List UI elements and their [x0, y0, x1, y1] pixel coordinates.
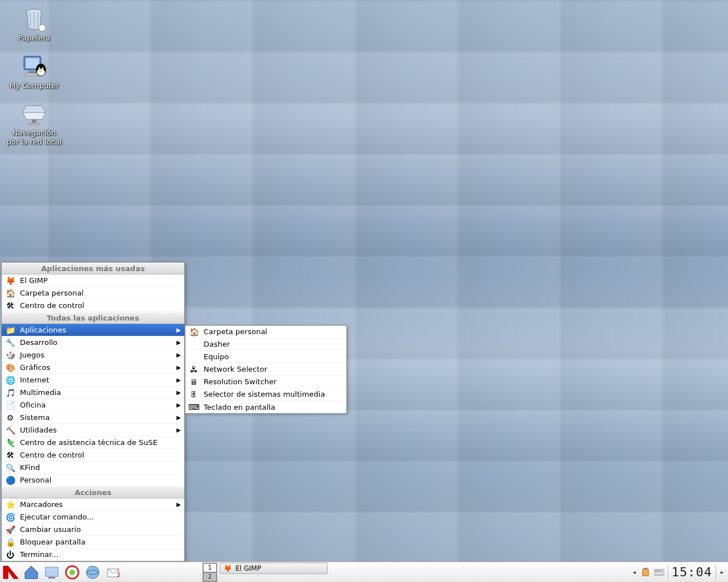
taskbar-task-gimp[interactable]: 🦊 El GIMP — [220, 563, 328, 574]
submenu-arrow-icon: ▶ — [176, 402, 181, 408]
desktop-icons-area: Papelera My Computer — [0, 3, 68, 156]
quick-mail-icon[interactable]: 3 — [104, 563, 123, 582]
gimp-icon: 🦊 — [224, 564, 232, 572]
quick-browser-icon[interactable] — [83, 563, 102, 582]
menu-item-kfind[interactable]: 🔍 KFind — [2, 462, 184, 474]
svg-rect-18 — [48, 577, 55, 579]
submenu-item-home[interactable]: 🏠 Carpeta personal — [185, 326, 346, 338]
menu-item-gimp[interactable]: 🦊 El GIMP — [2, 275, 184, 287]
menu-item-oficina[interactable]: 📄 Oficina ▶ — [2, 399, 184, 411]
menu-item-label: Oficina — [20, 401, 176, 409]
menu-item-control-center-2[interactable]: 🛠 Centro de control — [2, 449, 184, 462]
submenu-item-resolution-switcher[interactable]: 🖥 Resolution Switcher — [185, 376, 346, 388]
svg-text:3: 3 — [117, 572, 120, 578]
menu-item-juegos[interactable]: 🎲 Juegos ▶ — [2, 349, 184, 361]
menu-item-sistema[interactable]: ⚙ Sistema ▶ — [2, 411, 184, 424]
quick-help-icon[interactable] — [63, 563, 82, 582]
svg-point-11 — [39, 67, 40, 69]
pager-desktop-1[interactable]: 1 — [203, 563, 217, 572]
switch-user-icon: 🚀 — [5, 525, 15, 535]
menu-item-label: Centro de control — [20, 301, 181, 310]
svg-rect-25 — [644, 568, 647, 569]
menu-item-label: Ejecutar comando... — [20, 513, 181, 521]
menu-item-label: Desarrollo — [20, 338, 176, 347]
internet-icon: 🌐 — [5, 375, 15, 385]
svg-point-12 — [42, 67, 44, 69]
submenu-item-onscreen-keyboard[interactable]: ⌨ Teclado en pantalla — [185, 401, 346, 413]
menu-item-utilidades[interactable]: 🔨 Utilidades ▶ — [2, 424, 184, 436]
menu-item-label: Gráficos — [20, 363, 176, 372]
submenu-item-dasher[interactable]: Dasher — [185, 338, 346, 351]
svg-rect-29 — [659, 571, 660, 572]
menu-item-label: Cambiar usuario — [20, 525, 181, 534]
menu-item-aplicaciones[interactable]: 📁 Aplicaciones ▶ — [2, 324, 184, 336]
desktop-icon-label: My Computer — [9, 81, 59, 90]
menu-item-internet[interactable]: 🌐 Internet ▶ — [2, 374, 184, 386]
menu-item-label: Resolution Switcher — [204, 377, 343, 386]
desktop-icon-label: Papelera — [18, 34, 50, 43]
submenu-item-multimedia-selector[interactable]: 🎚 Selector de sistemas multimedia — [185, 388, 346, 401]
quick-desktop-icon[interactable] — [42, 563, 61, 582]
desktop-icon-network[interactable]: Navegación por la red local — [0, 100, 68, 146]
my-computer-icon — [20, 53, 48, 80]
dev-icon: 🔧 — [5, 338, 15, 348]
submenu-arrow-icon: ▶ — [176, 501, 181, 508]
tray-expand-right-icon[interactable]: ▸ — [719, 569, 725, 575]
desktop-icon-label: Navegación por la red local — [6, 128, 63, 146]
submenu-item-network-selector[interactable]: 🖧 Network Selector — [185, 363, 346, 376]
tray-expand-left-icon[interactable]: ◂ — [632, 569, 637, 575]
lock-icon: 🔒 — [5, 537, 15, 547]
svg-marker-16 — [25, 566, 38, 579]
menu-item-graficos[interactable]: 🎨 Gráficos ▶ — [2, 361, 184, 374]
menu-item-label: Carpeta personal — [204, 327, 343, 336]
system-icon: ⚙ — [5, 413, 15, 423]
menu-item-home[interactable]: 🏠 Carpeta personal — [2, 287, 184, 300]
quick-launch: 3 — [0, 563, 123, 582]
home-icon: 🏠 — [5, 288, 15, 298]
menu-item-label: Utilidades — [20, 426, 176, 434]
menu-item-bookmarks[interactable]: ⭐ Marcadores ▶ — [2, 498, 184, 511]
menu-item-label: Teclado en pantalla — [204, 403, 343, 411]
start-menu: Aplicaciones más usadas 🦊 El GIMP 🏠 Carp… — [1, 262, 185, 562]
keyboard-icon: ⌨ — [189, 402, 199, 412]
taskbar-clock[interactable]: 15:04 — [668, 565, 716, 579]
menu-item-label: Equipo — [204, 352, 343, 361]
pager-desktop-2[interactable]: 2 — [203, 572, 217, 581]
quick-home-icon[interactable] — [22, 563, 41, 582]
desktop-icon-trash[interactable]: Papelera — [0, 5, 68, 43]
submenu-arrow-icon: ▶ — [176, 377, 181, 383]
menu-item-logout[interactable]: ⏻ Terminar... — [2, 548, 184, 561]
svg-rect-27 — [655, 571, 656, 572]
blank-icon — [189, 352, 199, 362]
menu-item-personal[interactable]: 🔵 Personal — [2, 474, 184, 487]
menu-item-multimedia[interactable]: 🎵 Multimedia ▶ — [2, 386, 184, 399]
svg-rect-26 — [654, 569, 664, 575]
menu-item-run-command[interactable]: 🌀 Ejecutar comando... — [2, 511, 184, 523]
svg-point-21 — [86, 566, 99, 579]
network-browse-icon — [20, 100, 48, 127]
klipper-icon[interactable] — [640, 567, 651, 577]
resolution-icon: 🖥 — [189, 377, 199, 387]
submenu-arrow-icon: ▶ — [176, 414, 181, 421]
menu-item-label: Sistema — [20, 413, 176, 422]
menu-item-label: KFind — [20, 463, 181, 472]
menu-item-suse-help[interactable]: 🦎 Centro de asistencia técnica de SuSE — [2, 436, 184, 449]
personal-icon: 🔵 — [5, 475, 15, 485]
menu-item-label: Carpeta personal — [20, 289, 181, 297]
network-icon: 🖧 — [189, 364, 199, 375]
apps-icon: 📁 — [5, 325, 15, 335]
submenu-arrow-icon: ▶ — [176, 364, 181, 371]
submenu-item-equipo[interactable]: Equipo — [185, 351, 346, 363]
menu-item-label: Aplicaciones — [20, 326, 176, 334]
submenu-arrow-icon: ▶ — [176, 327, 181, 333]
menu-item-control-center[interactable]: 🛠 Centro de control — [2, 300, 184, 312]
menu-item-switch-user[interactable]: 🚀 Cambiar usuario — [2, 523, 184, 536]
multimedia-selector-icon: 🎚 — [189, 389, 199, 400]
menu-item-desarrollo[interactable]: 🔧 Desarrollo ▶ — [2, 336, 184, 349]
desktop-icon-my-computer[interactable]: My Computer — [0, 53, 68, 90]
search-icon: 🔍 — [5, 463, 15, 473]
menu-header-most-used: Aplicaciones más usadas — [2, 263, 184, 275]
keyboard-indicator-icon[interactable] — [654, 567, 664, 577]
start-button[interactable] — [1, 563, 20, 582]
menu-item-lock-screen[interactable]: 🔒 Bloquear pantalla — [2, 536, 184, 548]
